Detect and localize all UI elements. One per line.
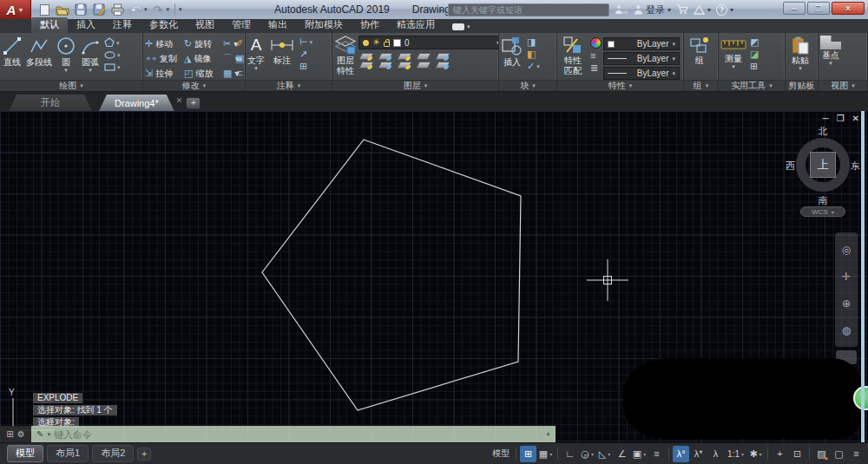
- start-tab[interactable]: 开始: [9, 95, 92, 111]
- layer-properties-button[interactable]: 图层 特性: [332, 35, 358, 76]
- recent-commands-caret-icon[interactable]: ▾: [47, 431, 50, 438]
- new-file-icon[interactable]: [36, 3, 52, 16]
- color-wheel-icon[interactable]: [590, 37, 602, 49]
- viewcube-east[interactable]: 东: [851, 160, 860, 173]
- panel-label-clipboard[interactable]: 剪贴板: [786, 80, 818, 91]
- annotation-visibility-icon[interactable]: λ°: [673, 446, 689, 462]
- mirror-button[interactable]: ◮镜像: [184, 53, 223, 65]
- text-button[interactable]: A 文字▾: [246, 35, 266, 72]
- save-as-icon[interactable]: [91, 3, 107, 16]
- open-file-icon[interactable]: [55, 3, 70, 16]
- lineweight-dropdown[interactable]: ByLayer ▾: [603, 52, 680, 65]
- command-expand-icon[interactable]: ▲: [545, 430, 551, 436]
- application-menu-button[interactable]: A ▼: [0, 0, 31, 19]
- line-button[interactable]: 直线: [0, 35, 24, 68]
- doc-minimize-icon[interactable]: ─: [823, 114, 829, 123]
- drawing-tab[interactable]: Drawing4*: [99, 95, 174, 111]
- undo-caret-icon[interactable]: ▾: [144, 6, 148, 13]
- doc-restore-icon[interactable]: ❐: [837, 114, 845, 123]
- panel-label-draw[interactable]: 绘图▾: [0, 80, 142, 91]
- table-button[interactable]: ⊞: [299, 62, 312, 71]
- paste-button[interactable]: 粘贴▾: [786, 35, 815, 72]
- layout-tab-model[interactable]: 模型: [7, 445, 43, 462]
- circle-button[interactable]: 圆▾: [54, 35, 78, 74]
- annotation-scale-value[interactable]: 1:1▾: [725, 446, 746, 462]
- ortho-mode-icon[interactable]: ∟: [562, 446, 578, 462]
- scale-button[interactable]: ◰缩放: [184, 68, 223, 80]
- clean-screen-icon[interactable]: ▢: [831, 446, 847, 462]
- explode-button[interactable]: ⊂: [235, 68, 245, 79]
- group-button[interactable]: 组: [684, 35, 715, 66]
- redo-caret-icon[interactable]: ▾: [167, 6, 170, 13]
- isolate-objects-icon[interactable]: ⊡: [789, 446, 806, 462]
- tab-collaborate[interactable]: 协作: [352, 17, 388, 33]
- multileader-button[interactable]: ↗: [299, 49, 312, 59]
- command-grip-icon[interactable]: ⊞: [6, 429, 13, 439]
- panel-label-block[interactable]: 块▾: [499, 80, 556, 91]
- polyline-button[interactable]: 多段线: [24, 35, 54, 68]
- panel-label-annotation[interactable]: 注释▾: [246, 80, 332, 91]
- array-button[interactable]: ▦▾: [223, 68, 235, 79]
- new-layout-button[interactable]: +: [137, 448, 151, 461]
- panel-label-view[interactable]: 视图▾: [819, 80, 867, 91]
- polygon-button[interactable]: ▾: [104, 37, 121, 48]
- tab-default[interactable]: 默认: [31, 17, 68, 33]
- snap-mode-icon[interactable]: ▦▾: [537, 446, 554, 462]
- tab-manage[interactable]: 管理: [223, 17, 260, 33]
- help-search-input[interactable]: [448, 3, 609, 16]
- measure-button[interactable]: 测量▾: [719, 35, 748, 70]
- navwheel-icon[interactable]: ◎: [842, 244, 851, 256]
- recent-commands-icon[interactable]: ✎: [36, 429, 43, 439]
- match-properties-button[interactable]: 特性 匹配: [557, 35, 589, 76]
- panel-label-properties[interactable]: 特性▾: [557, 80, 683, 91]
- app-store-cart-icon[interactable]: [676, 4, 688, 15]
- command-input-area[interactable]: ✎ ▾ ▲: [31, 426, 556, 442]
- save-icon[interactable]: [73, 3, 89, 16]
- close-button[interactable]: ✕: [832, 2, 865, 15]
- quick-calc-button[interactable]: ◪: [750, 49, 759, 59]
- panel-label-modify[interactable]: 修改▾: [143, 80, 245, 91]
- minimize-button[interactable]: ─: [783, 2, 806, 15]
- viewcube-top-face[interactable]: 上: [810, 152, 836, 178]
- tab-parametric[interactable]: 参数化: [141, 17, 187, 33]
- linetype-list-icon[interactable]: ≣: [590, 63, 602, 73]
- viewcube[interactable]: 北 南 西 东 上 WCS ▾: [788, 123, 858, 217]
- tab-addins[interactable]: 附加模块: [296, 17, 352, 33]
- maximize-button[interactable]: ❐: [807, 2, 830, 15]
- exchange-apps-icon[interactable]: [615, 4, 628, 15]
- zoom-icon[interactable]: ⊕: [842, 297, 851, 310]
- layer-dropdown[interactable]: ☀ 0 ▾: [358, 36, 498, 49]
- layer-lock-icon[interactable]: [416, 53, 431, 60]
- calculator-button[interactable]: ⊞: [750, 62, 759, 71]
- navigation-bar[interactable]: ◎ ✛ ⊕ ◍: [835, 232, 858, 347]
- model-space-toggle[interactable]: 模型: [490, 446, 512, 462]
- pentagon[interactable]: [262, 140, 521, 410]
- rotate-button[interactable]: ↻旋转: [184, 38, 223, 50]
- stretch-button[interactable]: ⇲拉伸: [145, 68, 184, 80]
- viewcube-south[interactable]: 南: [788, 194, 858, 207]
- tab-output[interactable]: 输出: [260, 17, 296, 33]
- object-snap-icon[interactable]: ▣▾: [631, 446, 648, 462]
- dimension-button[interactable]: 标注: [266, 35, 298, 66]
- tab-featured-apps[interactable]: 精选应用: [388, 17, 444, 33]
- new-drawing-tab-button[interactable]: +: [186, 97, 201, 109]
- layer-match-icon[interactable]: [435, 53, 450, 60]
- tab-annotate[interactable]: 注释: [104, 17, 141, 33]
- layer-unisolate-icon[interactable]: [378, 62, 393, 69]
- arc-button[interactable]: 圆弧▾: [78, 35, 102, 74]
- edit-attributes-button[interactable]: ✓▾: [527, 62, 540, 71]
- rectangle-button[interactable]: ▾: [104, 62, 121, 72]
- lineweight-list-icon[interactable]: ≡: [590, 51, 602, 61]
- annotation-autoscale-icon[interactable]: λ*: [690, 446, 707, 462]
- layer-isolate-icon[interactable]: [378, 53, 393, 60]
- insert-block-button[interactable]: 插入: [499, 35, 525, 68]
- layer-unlock-all-icon[interactable]: [416, 62, 431, 69]
- layer-on-all-icon[interactable]: [358, 62, 374, 69]
- undo-icon[interactable]: ↶: [128, 3, 143, 16]
- plot-icon[interactable]: [109, 3, 125, 16]
- pan-icon[interactable]: ✛: [842, 271, 851, 283]
- command-customize-icon[interactable]: ⚙: [17, 429, 25, 439]
- drawing-tab-close-icon[interactable]: ✕: [176, 96, 183, 105]
- viewcube-west[interactable]: 西: [786, 160, 795, 173]
- quick-select-button[interactable]: ◩: [750, 37, 759, 47]
